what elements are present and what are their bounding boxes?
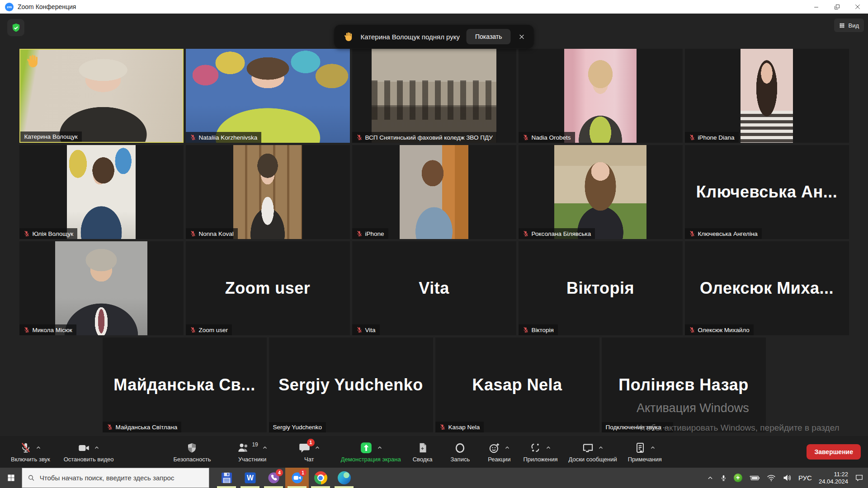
restore-button[interactable] bbox=[826, 0, 847, 14]
participant-tile[interactable]: Роксолана Білявська bbox=[519, 145, 683, 239]
taskbar-app-edge[interactable] bbox=[332, 468, 356, 488]
participant-tile[interactable]: Nataliia Korzhenivska bbox=[186, 49, 350, 143]
raised-hand-icon bbox=[25, 53, 40, 69]
muted-mic-icon bbox=[439, 423, 446, 431]
participant-tile[interactable]: Поліняєв НазарПодключение звука ··· bbox=[602, 338, 766, 432]
participant-display-name: Поліняєв Назар bbox=[602, 338, 766, 432]
participant-video bbox=[20, 50, 183, 142]
toolbar-item-shield[interactable]: Безопасность bbox=[173, 441, 211, 463]
window-titlebar: zm Zoom Конференция bbox=[0, 0, 868, 14]
toolbar-item-mic-muted[interactable]: Включить звук bbox=[11, 441, 50, 463]
toolbar-item-icon-row bbox=[78, 441, 99, 455]
camera-icon bbox=[78, 442, 90, 454]
search-icon bbox=[28, 474, 35, 482]
show-button[interactable]: Показать bbox=[467, 29, 511, 44]
participant-name: Роксолана Білявська bbox=[532, 230, 591, 237]
close-button[interactable] bbox=[847, 0, 868, 14]
participant-name: Катерина Волощук bbox=[24, 133, 78, 140]
tray-volume-icon[interactable] bbox=[783, 474, 792, 482]
minimize-icon bbox=[813, 4, 819, 10]
toolbar-item-label: Остановить видео bbox=[64, 456, 114, 463]
toolbar-item-participants[interactable]: 19Участники bbox=[237, 441, 267, 463]
tray-wifi-icon[interactable] bbox=[767, 474, 776, 482]
action-center-icon[interactable] bbox=[855, 474, 863, 482]
toolbar-item-chat[interactable]: 1Чат bbox=[298, 441, 320, 463]
grid-view-icon bbox=[839, 23, 845, 28]
taskbar-app-zoom[interactable]: 1 bbox=[285, 468, 309, 488]
toolbar-item-share-screen[interactable]: Демонстрация экрана bbox=[341, 441, 401, 463]
participant-row: Катерина ВолощукNataliia KorzhenivskaВСП… bbox=[0, 49, 868, 143]
language-indicator[interactable]: РУС bbox=[798, 474, 812, 482]
participant-tile[interactable]: Юлія Волощук bbox=[19, 145, 184, 239]
participant-tile[interactable]: Nonna Koval bbox=[186, 145, 350, 239]
tray-battery-icon[interactable] bbox=[749, 474, 760, 481]
toolbar-item-reactions[interactable]: Реакции bbox=[488, 441, 510, 463]
chevron-up-icon[interactable] bbox=[546, 445, 551, 450]
participant-tile[interactable]: ВСП Снятинський фаховий коледж ЗВО ПДУ bbox=[352, 49, 516, 143]
view-button[interactable]: Вид bbox=[834, 19, 864, 32]
participant-name-label: ВСП Снятинський фаховий коледж ЗВО ПДУ bbox=[352, 132, 497, 143]
zoom-app-icon: zm bbox=[5, 3, 14, 11]
chevron-up-icon[interactable] bbox=[598, 445, 604, 450]
chevron-up-icon[interactable] bbox=[94, 445, 99, 450]
participant-tile[interactable]: Майданська Св...Майданська Світлана bbox=[103, 338, 267, 432]
start-button[interactable] bbox=[0, 468, 22, 488]
share-screen-icon bbox=[359, 441, 373, 455]
participant-tile[interactable]: Катерина Волощук bbox=[19, 49, 184, 143]
tray-expand-chevron[interactable] bbox=[707, 475, 713, 481]
toolbar-item-camera[interactable]: Остановить видео bbox=[64, 441, 114, 463]
zoom-meeting-window: zm Zoom Конференция bbox=[0, 0, 868, 488]
chevron-up-icon[interactable] bbox=[505, 445, 510, 450]
toolbar-item-label: Безопасность bbox=[173, 456, 211, 463]
clock[interactable]: 11:22 24.04.2024 bbox=[819, 471, 848, 485]
participant-video bbox=[55, 241, 147, 335]
participant-name: ВСП Снятинський фаховий коледж ЗВО ПДУ bbox=[365, 134, 493, 141]
meeting-info-shield-button[interactable] bbox=[7, 19, 24, 36]
taskbar-search-box[interactable] bbox=[22, 468, 209, 488]
participant-tile[interactable]: Kasap NelaKasap Nela bbox=[435, 338, 599, 432]
running-indicator bbox=[335, 486, 354, 488]
taskbar-app-viber[interactable]: 4 bbox=[262, 468, 285, 488]
participant-name: Ключевська Ангеліна bbox=[698, 230, 758, 237]
chevron-up-icon[interactable] bbox=[262, 445, 268, 450]
toolbar-item-icon-row bbox=[530, 441, 551, 455]
participant-tile[interactable]: Олексюк Миха...Олексюк Михайло bbox=[685, 241, 849, 335]
toolbar-item-notes[interactable]: Примечания bbox=[628, 441, 662, 463]
taskbar-app-word[interactable]: W bbox=[238, 468, 262, 488]
participant-tile[interactable]: Микола Місюк bbox=[19, 241, 184, 335]
search-input[interactable] bbox=[40, 474, 203, 482]
chevron-up-icon[interactable] bbox=[377, 445, 382, 450]
muted-mic-icon bbox=[689, 134, 695, 141]
participant-tile[interactable]: Ключевська Ан...Ключевська Ангеліна bbox=[685, 145, 849, 239]
participant-tile[interactable]: Sergiy YudchenkoSergiy Yudchenko bbox=[269, 338, 433, 432]
toolbar-item-whiteboard[interactable]: Доски сообщений bbox=[568, 441, 617, 463]
participant-name-label: Sergiy Yudchenko bbox=[269, 422, 326, 432]
taskbar-app-chrome[interactable] bbox=[309, 468, 332, 488]
mic-muted-icon bbox=[20, 442, 32, 454]
minimize-button[interactable] bbox=[806, 0, 826, 14]
participant-tile[interactable]: Nadia Orobets bbox=[519, 49, 683, 143]
participant-display-name: Ключевська Ан... bbox=[685, 145, 849, 239]
participant-tile[interactable]: iPhone Diana bbox=[685, 49, 849, 143]
chevron-up-icon[interactable] bbox=[315, 445, 320, 450]
end-meeting-button[interactable]: Завершение bbox=[807, 444, 861, 460]
participant-tile[interactable]: ВікторіяВікторія bbox=[519, 241, 683, 335]
taskbar-app-files[interactable] bbox=[215, 468, 238, 488]
tray-antivirus-icon[interactable] bbox=[734, 474, 742, 482]
toolbar-item-label: Участники bbox=[238, 456, 266, 463]
edge-app-icon bbox=[338, 471, 351, 484]
participant-tile[interactable]: iPhone bbox=[352, 145, 516, 239]
toolbar-item-apps[interactable]: Приложения bbox=[523, 441, 557, 463]
muted-mic-icon bbox=[190, 230, 196, 237]
participant-tile[interactable]: Zoom userZoom user bbox=[186, 241, 350, 335]
toolbar-item-summary[interactable]: Сводка bbox=[413, 441, 433, 463]
tray-microphone-icon[interactable] bbox=[720, 474, 727, 482]
muted-mic-icon bbox=[356, 134, 363, 141]
chevron-up-icon[interactable] bbox=[650, 445, 656, 450]
chevron-up-icon[interactable] bbox=[36, 445, 41, 450]
toolbar-item-label: Сводка bbox=[413, 456, 433, 463]
participant-tile[interactable]: VitaVita bbox=[352, 241, 516, 335]
notification-close-button[interactable] bbox=[518, 33, 525, 40]
participant-video bbox=[186, 49, 350, 143]
toolbar-item-record[interactable]: Запись bbox=[451, 441, 470, 463]
